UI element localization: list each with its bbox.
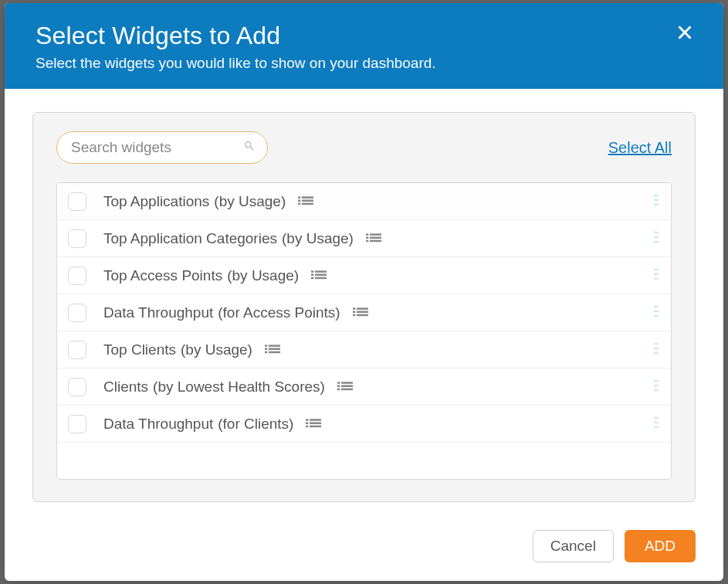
svg-point-81 <box>656 421 659 423</box>
svg-point-78 <box>654 416 656 419</box>
svg-rect-3 <box>302 199 313 202</box>
cancel-button[interactable]: Cancel <box>533 530 614 562</box>
drag-handle-icon[interactable] <box>651 305 662 321</box>
widget-name: Top Clients <box>103 341 176 358</box>
svg-rect-4 <box>298 202 300 205</box>
table-icon <box>311 270 327 281</box>
svg-point-10 <box>654 203 656 205</box>
modal-title: Select Widgets to Add <box>36 22 692 50</box>
widget-row[interactable]: Top Clients (by Usage) <box>57 331 671 368</box>
svg-rect-51 <box>269 348 280 350</box>
svg-rect-73 <box>310 419 321 421</box>
svg-point-19 <box>656 231 659 233</box>
svg-rect-25 <box>315 270 327 273</box>
widget-row[interactable]: Top Applications (by Usage) <box>57 183 671 220</box>
svg-rect-72 <box>306 419 308 421</box>
svg-point-44 <box>654 310 656 312</box>
modal-body: Select All Top Applications (by Usage)To… <box>5 89 723 516</box>
svg-point-43 <box>656 305 659 307</box>
svg-point-11 <box>656 203 659 205</box>
search-wrapper <box>56 131 268 164</box>
svg-point-8 <box>654 199 656 201</box>
select-all-link[interactable]: Select All <box>608 139 672 157</box>
widget-checkbox[interactable] <box>68 192 86 211</box>
table-icon <box>337 382 353 392</box>
widget-name: Top Applications <box>103 193 209 210</box>
svg-rect-16 <box>366 239 368 242</box>
drag-handle-icon[interactable] <box>651 379 662 395</box>
widget-label: Top Application Categories (by Usage) <box>103 230 651 247</box>
widget-label: Top Access Points (by Usage) <box>103 267 651 284</box>
drag-handle-icon[interactable] <box>651 194 662 209</box>
svg-rect-49 <box>269 345 280 347</box>
svg-rect-38 <box>353 311 355 313</box>
drag-handle-icon[interactable] <box>651 268 662 284</box>
svg-rect-12 <box>366 233 368 236</box>
widget-label: Top Clients (by Usage) <box>103 341 651 358</box>
close-button[interactable] <box>677 25 696 43</box>
widget-label: Data Throughput (for Access Points) <box>103 304 651 321</box>
close-icon <box>677 25 692 40</box>
widget-qualifier: (for Clients) <box>218 416 293 433</box>
svg-rect-63 <box>341 385 353 387</box>
widget-checkbox[interactable] <box>68 415 86 433</box>
table-icon <box>366 233 381 244</box>
drag-handle-icon[interactable] <box>651 416 662 432</box>
modal-subtitle: Select the widgets you would like to sho… <box>36 55 692 72</box>
widget-row[interactable]: Data Throughput (for Access Points) <box>57 294 671 331</box>
svg-point-30 <box>654 268 656 270</box>
svg-point-82 <box>654 426 656 428</box>
svg-rect-53 <box>269 351 280 353</box>
widget-name: Top Access Points <box>103 267 222 284</box>
svg-point-71 <box>656 389 659 391</box>
widget-label: Clients (by Lowest Health Scores) <box>103 379 651 396</box>
widget-row[interactable]: Data Throughput (for Clients) <box>57 406 671 443</box>
search-input[interactable] <box>56 131 268 164</box>
svg-rect-36 <box>353 307 355 310</box>
add-button[interactable]: ADD <box>625 530 696 562</box>
svg-rect-74 <box>306 422 308 424</box>
widget-checkbox[interactable] <box>68 229 86 248</box>
svg-rect-1 <box>302 196 313 199</box>
svg-point-33 <box>656 273 659 275</box>
svg-point-83 <box>656 426 659 428</box>
widget-qualifier: (by Usage) <box>227 267 299 284</box>
svg-rect-17 <box>370 239 381 242</box>
svg-point-57 <box>656 347 659 349</box>
svg-rect-40 <box>353 314 355 316</box>
svg-rect-60 <box>337 382 340 384</box>
svg-point-59 <box>656 351 659 354</box>
svg-rect-76 <box>306 425 308 427</box>
panel-top: Select All <box>56 131 672 164</box>
svg-point-69 <box>656 384 659 386</box>
svg-point-70 <box>654 389 656 391</box>
widget-row[interactable]: Top Access Points (by Usage) <box>57 257 671 294</box>
drag-handle-icon[interactable] <box>651 231 662 246</box>
svg-point-35 <box>656 277 659 280</box>
svg-rect-14 <box>366 236 368 239</box>
widget-qualifier: (by Lowest Health Scores) <box>153 379 325 396</box>
widget-name: Clients <box>103 379 148 396</box>
drag-handle-icon[interactable] <box>651 342 662 358</box>
widget-checkbox[interactable] <box>68 378 86 396</box>
widget-label: Top Applications (by Usage) <box>103 193 651 210</box>
widget-name: Top Application Categories <box>103 230 277 247</box>
widget-checkbox[interactable] <box>68 304 86 322</box>
widget-qualifier: (by Usage) <box>282 230 354 247</box>
widget-list[interactable]: Top Applications (by Usage)Top Applicati… <box>57 183 671 479</box>
svg-point-55 <box>656 342 659 345</box>
svg-rect-64 <box>337 388 340 390</box>
svg-rect-65 <box>341 388 353 390</box>
svg-point-80 <box>654 421 656 423</box>
widget-row[interactable]: Clients (by Lowest Health Scores) <box>57 368 671 406</box>
svg-rect-52 <box>265 351 267 353</box>
widget-checkbox[interactable] <box>68 341 86 359</box>
svg-point-34 <box>654 277 656 280</box>
svg-point-56 <box>654 347 656 349</box>
widget-label: Data Throughput (for Clients) <box>103 416 651 433</box>
svg-point-66 <box>654 379 656 382</box>
widget-row[interactable]: Top Application Categories (by Usage) <box>57 220 671 257</box>
widget-checkbox[interactable] <box>68 267 86 285</box>
svg-point-58 <box>654 351 656 354</box>
svg-rect-37 <box>357 307 368 310</box>
